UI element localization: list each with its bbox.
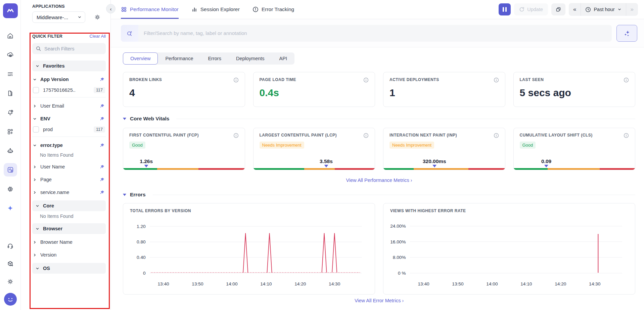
chevron-right-icon xyxy=(33,191,37,194)
triangle-down-icon xyxy=(123,194,126,196)
subtab-overview[interactable]: Overview xyxy=(123,52,158,65)
time-next-button[interactable]: » xyxy=(626,3,638,16)
update-button[interactable]: Update xyxy=(514,3,548,15)
checkbox[interactable] xyxy=(33,87,39,93)
middleware-logo[interactable] xyxy=(3,3,18,18)
svg-text:14:10: 14:10 xyxy=(520,281,532,286)
filter-search-input[interactable] xyxy=(138,30,612,36)
filter-group-os[interactable]: OS xyxy=(32,263,106,274)
filter-item-app-version[interactable]: 17575016625.. 117 xyxy=(32,86,106,98)
subtab-errors[interactable]: Errors xyxy=(200,52,228,65)
filter-group-user-name[interactable]: User Name xyxy=(32,161,106,172)
pin-icon[interactable] xyxy=(100,77,104,82)
status-badge: Needs Improvement xyxy=(260,142,304,149)
support-icon[interactable] xyxy=(4,239,17,253)
clear-all-link[interactable]: Clear All xyxy=(90,34,106,39)
view-all-performance-metrics-link[interactable]: View All Performance Metrics› xyxy=(123,178,635,183)
core-web-vitals-section-header[interactable]: Core Web Vitals xyxy=(123,116,635,122)
pin-icon[interactable] xyxy=(100,190,104,195)
pause-button[interactable] xyxy=(499,3,511,15)
tab-performance-monitor[interactable]: Performance Monitor xyxy=(121,0,179,19)
infrastructure-icon[interactable] xyxy=(4,48,17,62)
copy-button[interactable] xyxy=(551,3,565,15)
cwv-marker: 3.58s xyxy=(320,158,333,167)
marker-triangle-icon xyxy=(432,165,436,167)
pin-icon[interactable] xyxy=(100,117,104,121)
filter-group-core[interactable]: Core xyxy=(32,200,106,211)
info-icon[interactable] xyxy=(494,77,499,83)
time-range-selector[interactable]: Past hour xyxy=(581,3,626,16)
count-badge: 117 xyxy=(94,87,105,93)
chevron-down-icon xyxy=(617,7,622,11)
subtab-performance[interactable]: Performance xyxy=(158,52,200,65)
integrations-icon[interactable] xyxy=(4,257,17,270)
sidebar-collapse-button[interactable]: ‹ xyxy=(106,4,116,13)
filter-group-favorites[interactable]: Favorites xyxy=(32,61,106,71)
assistant-icon[interactable] xyxy=(4,144,17,157)
info-icon[interactable] xyxy=(624,133,629,138)
processor-icon[interactable] xyxy=(4,182,17,196)
svg-text:14:20: 14:20 xyxy=(294,281,306,286)
search-filters-input[interactable] xyxy=(44,46,91,51)
info-icon[interactable] xyxy=(494,133,499,138)
time-prev-button[interactable]: « xyxy=(569,3,581,16)
chevron-down-icon xyxy=(33,144,37,147)
filter-group-error-type[interactable]: error.type xyxy=(32,140,106,151)
pin-icon[interactable] xyxy=(100,104,104,108)
documents-icon[interactable] xyxy=(4,86,17,100)
settings-icon[interactable] xyxy=(4,275,17,288)
pin-icon[interactable] xyxy=(100,165,104,169)
logs-icon[interactable] xyxy=(4,67,17,81)
sparkles-icon xyxy=(623,29,631,37)
filter-group-env[interactable]: ENV xyxy=(32,113,106,124)
cwv-marker: 1.26s xyxy=(140,158,153,167)
card-page-load-time: PAGE LOAD TIME 0.4s xyxy=(253,72,375,107)
info-icon[interactable] xyxy=(363,77,369,83)
filter-search-box[interactable] xyxy=(32,43,106,54)
filter-group-page[interactable]: Page xyxy=(32,174,106,185)
search-icon xyxy=(36,46,41,51)
card-fcp: FIRST CONTENTFUL PAINT (FCP) Good 1.26s xyxy=(123,128,245,170)
checkbox[interactable] xyxy=(33,126,39,132)
global-filter-search[interactable] xyxy=(121,25,612,42)
dashboards-icon[interactable] xyxy=(4,125,17,138)
filter-group-version[interactable]: Version xyxy=(32,249,106,261)
info-icon[interactable] xyxy=(233,77,239,83)
svg-text:14:20: 14:20 xyxy=(555,281,566,286)
bar-chart[interactable]: 24.00%16.00%8.00%0 %13:4013:5014:0014:10… xyxy=(390,215,628,295)
count-badge: 117 xyxy=(94,126,105,132)
ai-logo-icon[interactable] xyxy=(4,201,17,215)
quick-filter-title: QUICK FILTER xyxy=(32,34,62,39)
info-icon[interactable] xyxy=(363,133,369,138)
tab-session-explorer[interactable]: Session Explorer xyxy=(191,0,240,19)
overview-content: Overview Performance Errors Deployments … xyxy=(111,47,644,303)
info-icon[interactable] xyxy=(624,77,629,83)
application-settings-gear-icon[interactable] xyxy=(94,14,101,21)
chevron-down-icon xyxy=(36,267,39,270)
filter-item-env-prod[interactable]: prod 117 xyxy=(32,125,106,137)
line-chart[interactable]: 1.200.800.40013:4013:5014:0014:1014:2014… xyxy=(130,215,368,295)
info-icon[interactable] xyxy=(233,133,239,138)
pin-icon[interactable] xyxy=(100,143,104,148)
subtab-api[interactable]: API xyxy=(272,52,294,65)
application-selector[interactable]: Middleware-... xyxy=(32,11,85,23)
alerts-icon[interactable] xyxy=(4,106,17,119)
metric-value: 1 xyxy=(389,87,499,99)
view-all-error-metrics-link[interactable]: View All Error Metrics› xyxy=(123,298,635,303)
subtab-deployments[interactable]: Deployments xyxy=(229,52,272,65)
svg-text:16.00%: 16.00% xyxy=(390,239,406,244)
filter-group-user-email[interactable]: User Email xyxy=(32,100,106,112)
pin-icon[interactable] xyxy=(100,178,104,182)
filter-group-app-version[interactable]: App Version xyxy=(32,74,106,85)
filter-group-browser-name[interactable]: Browser Name xyxy=(32,236,106,248)
top-controls: Update « Past hour » xyxy=(499,0,638,19)
ai-sparkles-button[interactable] xyxy=(616,25,637,42)
user-avatar[interactable] xyxy=(4,293,17,306)
filter-group-service-name[interactable]: service.name xyxy=(32,187,106,198)
rum-icon[interactable] xyxy=(4,163,17,177)
errors-section-header[interactable]: Errors xyxy=(123,192,635,198)
cwv-marker: 0.09 xyxy=(541,158,551,167)
tab-error-tracking[interactable]: Error Tracking xyxy=(252,0,294,19)
filter-group-browser[interactable]: Browser xyxy=(32,223,106,234)
home-icon[interactable] xyxy=(4,29,17,42)
